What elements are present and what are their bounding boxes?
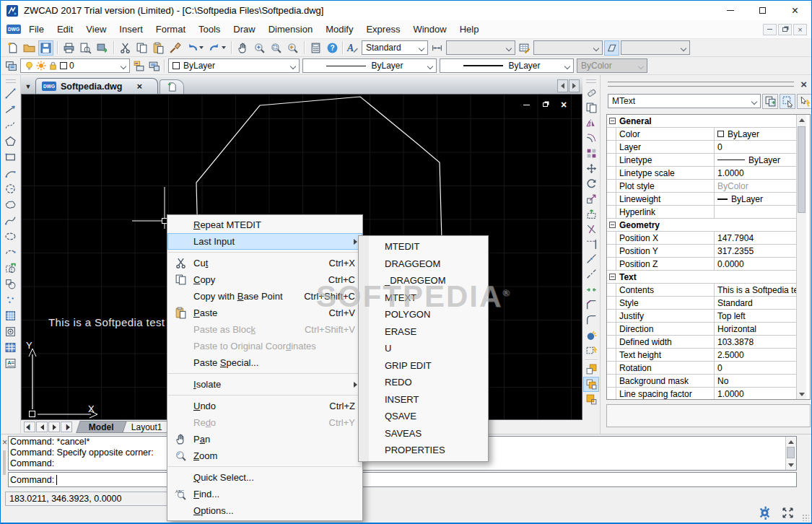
linetype-control-select[interactable]: ByLayer	[302, 58, 437, 73]
hatch-button[interactable]	[3, 307, 19, 323]
menu-tools[interactable]: Tools	[192, 20, 227, 38]
move-button[interactable]	[583, 161, 599, 176]
break-at-point-button[interactable]	[583, 252, 599, 267]
dimension-style-button[interactable]	[429, 40, 445, 56]
scroll-down-button[interactable]	[786, 460, 795, 470]
print-preview-button[interactable]	[78, 40, 93, 56]
point-button[interactable]	[3, 292, 19, 307]
menu-format[interactable]: Format	[149, 20, 192, 38]
join-button[interactable]	[583, 282, 599, 297]
command-history-scrollbar[interactable]	[785, 437, 796, 470]
object-type-select[interactable]: MText	[608, 94, 761, 108]
redo-button[interactable]	[206, 40, 227, 56]
last-layout-button[interactable]: ▕	[61, 422, 72, 432]
property-row-text-height[interactable]: Text height2.5000	[607, 349, 799, 362]
last-input-item-mtext[interactable]: MTEXT	[359, 289, 488, 307]
line-button[interactable]	[3, 85, 19, 101]
maximize-button[interactable]	[746, 1, 779, 20]
menu-window[interactable]: Window	[406, 20, 453, 38]
property-row-direction[interactable]: DirectionHorizontal	[607, 323, 799, 336]
property-value[interactable]: 0	[715, 362, 799, 374]
menu-edit[interactable]: Edit	[51, 20, 79, 38]
quick-select-button[interactable]	[797, 94, 812, 109]
layer-properties-manager-button[interactable]	[4, 58, 19, 74]
table-style-select[interactable]	[533, 40, 603, 55]
extend-button[interactable]	[583, 237, 599, 252]
collapse-icon[interactable]	[609, 274, 616, 280]
toolbar-grip[interactable]	[6, 79, 16, 83]
erase-button[interactable]	[583, 85, 599, 100]
settings-gear-icon[interactable]	[758, 506, 772, 520]
property-row-background-mask[interactable]: Background maskNo	[607, 375, 799, 388]
context-menu-item-isolate[interactable]: Isolate	[167, 376, 362, 393]
scale-button[interactable]	[583, 191, 599, 206]
view-control-select[interactable]	[621, 40, 690, 55]
chamfer-button[interactable]	[583, 297, 599, 313]
properties-scrollbar[interactable]	[796, 115, 806, 399]
dropdown-caret-icon[interactable]	[199, 46, 204, 49]
property-value[interactable]: ByLayer	[715, 128, 799, 140]
property-value[interactable]: ByColor	[715, 180, 799, 192]
property-value[interactable]: 1.0000	[715, 167, 799, 179]
donut-button[interactable]	[3, 323, 19, 339]
help-button[interactable]: ?	[325, 40, 340, 56]
panel-close-button[interactable]: ×	[800, 78, 807, 90]
command-window-grip[interactable]	[3, 450, 6, 475]
explode-button[interactable]	[583, 328, 599, 343]
zoom-previous-button[interactable]	[285, 40, 300, 56]
last-input-item-draggeom[interactable]: DRAGGEOM	[359, 256, 488, 273]
property-value[interactable]: 0.0000	[715, 258, 799, 270]
etransmit-button[interactable]	[95, 40, 110, 56]
tab-model[interactable]: Model	[76, 421, 126, 433]
menu-view[interactable]: View	[79, 20, 113, 38]
viewport-close-button[interactable]: ×	[559, 100, 569, 109]
table-button[interactable]	[3, 339, 19, 355]
insert-block-button[interactable]	[3, 260, 19, 276]
property-value[interactable]: 147.7904	[715, 232, 799, 244]
property-row-line-spacing-factor[interactable]: Line spacing factor1.0000	[607, 388, 799, 400]
close-button[interactable]: ×	[779, 1, 811, 20]
previous-layout-button[interactable]	[36, 422, 48, 432]
text-style-select[interactable]: Standard	[362, 40, 428, 55]
section-text[interactable]: Text	[607, 271, 799, 284]
document-close-button[interactable]: ×	[793, 24, 807, 35]
menu-help[interactable]: Help	[453, 20, 486, 38]
command-input[interactable]: Command:	[8, 472, 797, 487]
context-menu-item-find[interactable]: ABCFind...	[167, 486, 362, 502]
make-block-button[interactable]	[3, 276, 19, 292]
canvas-text-annotation[interactable]: This is a Softpedia test	[48, 316, 165, 328]
mirror-button[interactable]	[583, 115, 599, 131]
full-screen-icon[interactable]	[782, 507, 794, 519]
scroll-up-button[interactable]	[786, 437, 795, 447]
lineweight-control-select[interactable]: ByLayer	[440, 58, 574, 73]
property-value[interactable]: 2.5000	[715, 349, 799, 361]
panel-grip[interactable]	[608, 86, 794, 92]
context-menu-item-undo[interactable]: UndoCtrl+Z	[167, 398, 362, 414]
spline-button[interactable]	[3, 212, 19, 228]
table-style-button[interactable]	[517, 40, 532, 56]
section-general[interactable]: General	[607, 115, 799, 128]
copy-button[interactable]	[583, 100, 599, 115]
dropdown-caret-icon[interactable]	[222, 46, 226, 49]
text-style-button[interactable]: A	[345, 40, 360, 56]
open-button[interactable]	[22, 40, 37, 56]
menu-dimension[interactable]: Dimension	[262, 20, 319, 38]
menu-file[interactable]: File	[22, 20, 51, 38]
menu-insert[interactable]: Insert	[113, 20, 149, 38]
collapse-icon[interactable]	[609, 118, 616, 124]
color-control-select[interactable]: ByLayer	[168, 58, 300, 73]
polygon-button[interactable]	[3, 133, 19, 149]
property-value[interactable]: 103.3878	[715, 336, 799, 348]
tab-scroll-right-button[interactable]	[569, 79, 580, 92]
last-input-item-u[interactable]: U	[359, 340, 488, 357]
property-value[interactable]: ByLayer	[715, 154, 799, 166]
context-menu-item-copy[interactable]: CopyCtrl+C	[167, 271, 362, 288]
property-row-linetype[interactable]: LinetypeByLayer	[607, 154, 799, 167]
property-value[interactable]: 0	[715, 141, 799, 153]
send-to-back-button[interactable]	[583, 377, 599, 392]
last-input-item-draggeom[interactable]: _DRAGGEOM	[359, 272, 488, 289]
property-row-color[interactable]: ColorByLayer	[607, 128, 799, 141]
dimension-style-select[interactable]	[446, 40, 515, 55]
property-row-rotation[interactable]: Rotation0	[607, 362, 799, 375]
circle-button[interactable]	[3, 180, 19, 196]
